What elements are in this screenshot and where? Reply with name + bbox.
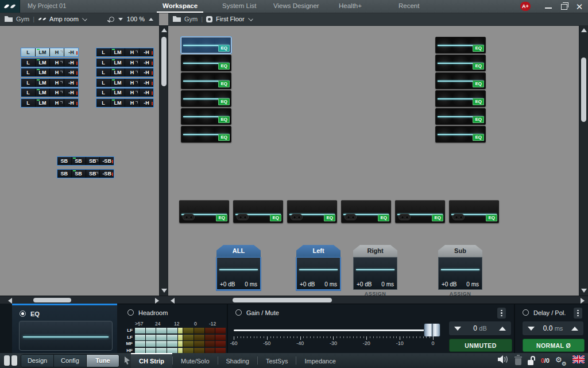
headroom-radio[interactable] <box>127 309 134 316</box>
group-tile-right[interactable]: Right+0 dB0 msASSIGN <box>353 245 397 296</box>
gain-slider-track[interactable] <box>234 329 439 331</box>
amplifier-device[interactable]: EQ <box>341 200 391 223</box>
scroll-up-icon[interactable] <box>581 28 587 32</box>
strip-cell-lm[interactable]: LM <box>35 59 49 67</box>
speaker-device[interactable]: EQ <box>435 126 486 143</box>
eq-badge[interactable]: EQ <box>324 214 335 221</box>
speaker-strip[interactable]: LLMH-H <box>96 78 154 87</box>
scroll-left-icon[interactable] <box>8 298 12 304</box>
eq-badge[interactable]: EQ <box>378 214 389 221</box>
speaker-strip[interactable]: LLMH-H <box>96 58 154 67</box>
delay-menu-icon[interactable] <box>574 308 582 319</box>
strip-cell-h[interactable]: H <box>49 48 64 56</box>
speaker-strip[interactable]: LLMH-H <box>21 98 79 108</box>
speaker-device[interactable]: EQ <box>435 37 486 53</box>
breadcrumb-folder[interactable]: Gym <box>173 16 198 22</box>
strip-cell-sb[interactable]: -SB <box>99 170 114 178</box>
scroll-right-icon[interactable] <box>155 298 159 304</box>
strip-cell-sb[interactable]: SB <box>57 170 71 178</box>
sub-strip[interactable]: SBSBSB-SB <box>57 169 114 178</box>
sub-strip[interactable]: SBSBSB-SB <box>57 156 114 166</box>
strip-cell-sb[interactable]: SB <box>71 157 86 165</box>
scroll-up-icon[interactable] <box>161 28 167 32</box>
eq-badge[interactable]: EQ <box>218 98 230 105</box>
speaker-strip[interactable]: LLMH-H <box>21 58 79 67</box>
eq-badge[interactable]: EQ <box>486 214 497 221</box>
view-selector-amp-room[interactable]: Amp room <box>38 16 87 22</box>
strip-cell-h[interactable]: -H <box>64 99 78 107</box>
scrollbar-thumb[interactable] <box>581 57 586 122</box>
gain-radio[interactable] <box>235 309 242 316</box>
strip-cell-sb[interactable]: SB <box>86 157 100 165</box>
strip-cell-l[interactable]: L <box>96 48 110 56</box>
strip-cell-lm[interactable]: LM <box>110 48 125 56</box>
view-selector-first-floor[interactable]: First Floor <box>206 16 253 22</box>
restore-button[interactable] <box>556 0 571 13</box>
scroll-down-icon[interactable] <box>161 289 167 293</box>
strip-cell-sb[interactable]: SB <box>57 157 71 165</box>
strip-cell-h[interactable]: H <box>125 48 139 56</box>
tab-impedance[interactable]: Impedance <box>296 353 343 368</box>
speaker-device[interactable]: EQ <box>181 126 231 143</box>
gain-mute-section[interactable]: Gain / Mute -60-50-40-30-20-100 0 dB UNM… <box>227 304 514 353</box>
speaker-strip[interactable]: LLMH-H <box>96 68 154 77</box>
mute-button[interactable]: UNMUTED <box>449 339 512 352</box>
unlocked-icon[interactable] <box>528 356 535 365</box>
group-tile-header[interactable]: Sub <box>438 245 482 257</box>
speaker-strip[interactable]: LLMH-H <box>96 48 154 57</box>
strip-cell-h[interactable]: H <box>125 79 139 87</box>
tab-ch-strip[interactable]: CH Strip <box>131 353 172 368</box>
eq-radio[interactable] <box>20 310 26 317</box>
strip-cell-h[interactable]: -H <box>64 59 78 67</box>
headroom-section[interactable]: Headroom >5724120-12 LFLFMFHF <box>117 304 227 353</box>
speaker-device[interactable]: EQ <box>181 37 231 53</box>
strip-cell-lm[interactable]: LM <box>110 99 125 107</box>
strip-cell-h[interactable]: -H <box>64 89 78 97</box>
speaker-device[interactable]: EQ <box>435 90 486 107</box>
speaker-strip[interactable]: LLMH-H <box>21 88 79 97</box>
speaker-strip[interactable]: LLMH-H <box>21 48 79 57</box>
strip-cell-h[interactable]: H <box>125 99 139 107</box>
eq-curve-display[interactable] <box>19 321 113 351</box>
amplifier-device[interactable]: EQ <box>449 200 499 223</box>
scroll-right-icon[interactable] <box>581 298 585 304</box>
speaker-device[interactable]: EQ <box>435 72 486 89</box>
strip-cell-l[interactable]: L <box>21 89 35 97</box>
eq-badge[interactable]: EQ <box>218 63 230 70</box>
polarity-button[interactable]: NORMAL Ø <box>523 339 585 352</box>
delay-polarity-section[interactable]: Delay / Pol. 0.0 ms NORMAL Ø <box>514 304 588 353</box>
eq-badge[interactable]: EQ <box>473 63 484 70</box>
language-flag-icon[interactable] <box>572 355 585 366</box>
eq-badge[interactable]: EQ <box>473 116 484 123</box>
strip-cell-l[interactable]: L <box>21 59 35 67</box>
breadcrumb-folder[interactable]: Gym <box>5 16 29 22</box>
left-vertical-scrollbar[interactable] <box>159 25 168 296</box>
speaker-device[interactable]: EQ <box>181 55 231 71</box>
alert-badge[interactable]: A+ <box>520 2 531 11</box>
mode-button-config[interactable]: Config <box>53 355 86 367</box>
strip-cell-h[interactable]: H <box>49 89 64 97</box>
amplifier-device[interactable]: EQ <box>233 200 283 223</box>
eq-badge[interactable]: EQ <box>432 214 443 221</box>
amplifier-device[interactable]: EQ <box>179 200 229 223</box>
left-horizontal-scrollbar[interactable] <box>0 296 168 304</box>
eq-section[interactable]: EQ <box>12 304 117 353</box>
delay-radio[interactable] <box>523 309 529 316</box>
trash-icon[interactable] <box>514 356 522 365</box>
gain-decrease-icon[interactable] <box>454 327 461 331</box>
scrollbar-thumb[interactable] <box>233 298 332 302</box>
eq-badge[interactable]: EQ <box>473 98 484 105</box>
group-tile-header[interactable]: Right <box>353 245 397 257</box>
title-tab-system-list[interactable]: System List <box>216 1 262 12</box>
strip-cell-h[interactable]: H <box>49 99 64 107</box>
title-tab-views-designer[interactable]: Views Designer <box>268 1 325 12</box>
scroll-down-icon[interactable] <box>581 289 587 293</box>
pointer-tool-icon[interactable] <box>123 356 131 367</box>
right-horizontal-scrollbar[interactable] <box>168 296 588 304</box>
strip-cell-h[interactable]: H <box>49 68 64 76</box>
scrollbar-thumb[interactable] <box>33 298 71 302</box>
strip-cell-sb[interactable]: SB <box>71 170 86 178</box>
strip-cell-h[interactable]: -H <box>64 79 78 87</box>
strip-cell-h[interactable]: H <box>125 59 139 67</box>
strip-cell-l[interactable]: L <box>96 79 110 87</box>
